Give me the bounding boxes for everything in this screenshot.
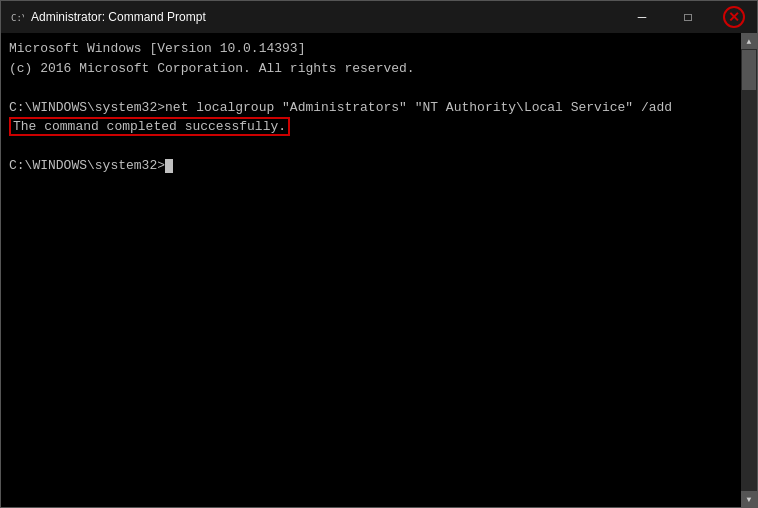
close-button[interactable]: ✕ xyxy=(711,1,757,33)
scroll-down-arrow[interactable]: ▼ xyxy=(741,491,757,507)
scroll-up-arrow[interactable]: ▲ xyxy=(741,33,757,49)
maximize-button[interactable]: □ xyxy=(665,1,711,33)
success-highlight: The command completed successfully. xyxy=(9,117,290,136)
scrollbar[interactable]: ▲ ▼ xyxy=(741,33,757,507)
cmd-window: C:\ Administrator: Command Prompt ─ □ ✕ … xyxy=(0,0,758,508)
cursor-blink xyxy=(165,159,173,173)
svg-text:C:\: C:\ xyxy=(11,13,24,23)
content-area: Microsoft Windows [Version 10.0.14393] (… xyxy=(1,33,757,507)
title-bar-controls: ─ □ ✕ xyxy=(619,1,757,33)
terminal-line-1: Microsoft Windows [Version 10.0.14393] xyxy=(9,39,733,59)
scrollbar-thumb[interactable] xyxy=(742,50,756,90)
terminal-line-3 xyxy=(9,78,733,98)
terminal-line-2: (c) 2016 Microsoft Corporation. All righ… xyxy=(9,59,733,79)
title-bar-left: C:\ Administrator: Command Prompt xyxy=(9,9,206,25)
title-bar: C:\ Administrator: Command Prompt ─ □ ✕ xyxy=(1,1,757,33)
terminal-line-7: C:\WINDOWS\system32> xyxy=(9,156,733,176)
cmd-icon: C:\ xyxy=(9,9,25,25)
scrollbar-track[interactable] xyxy=(741,49,757,491)
terminal-body[interactable]: Microsoft Windows [Version 10.0.14393] (… xyxy=(1,33,741,507)
close-circle: ✕ xyxy=(723,6,745,28)
window-title: Administrator: Command Prompt xyxy=(31,10,206,24)
terminal-line-6 xyxy=(9,137,733,157)
minimize-button[interactable]: ─ xyxy=(619,1,665,33)
terminal-line-5: The command completed successfully. xyxy=(9,117,733,137)
terminal-line-4: C:\WINDOWS\system32>net localgroup "Admi… xyxy=(9,98,733,118)
